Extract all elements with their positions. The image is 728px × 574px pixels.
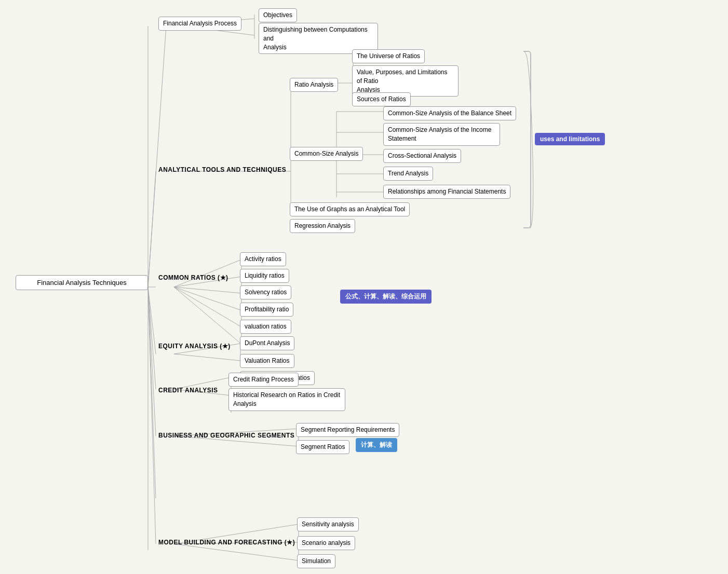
common-size-balance-node: Common-Size Analysis of the Balance Shee…: [383, 106, 516, 120]
svg-line-38: [174, 287, 241, 344]
trend-analysis-node: Trend Analysis: [383, 167, 433, 181]
equity-analysis-label: EQUITY ANALYSIS (★): [158, 343, 231, 350]
model-building-section: MODEL BUILDING AND FORECASTING (★): [158, 539, 295, 546]
graphs-tool-label: The Use of Graphs as an Analytical Tool: [294, 206, 405, 213]
uses-limitations-node[interactable]: uses and limitations: [535, 133, 605, 145]
svg-line-7: [148, 287, 156, 544]
svg-line-37: [174, 287, 241, 327]
model-building-label: MODEL BUILDING AND FORECASTING (★): [158, 539, 295, 546]
solvency-ratios-label: Solvency ratios: [245, 289, 287, 296]
valuation-ratios-label: valuation ratios: [245, 323, 287, 330]
common-size-income-label: Common-Size Analysis of the Income State…: [388, 126, 491, 142]
activity-ratios-node: Activity ratios: [240, 252, 286, 266]
trend-analysis-label: Trend Analysis: [388, 170, 428, 177]
svg-line-35: [174, 287, 241, 293]
svg-line-5: [148, 287, 156, 436]
cross-sectional-label: Cross-Sectional Analysis: [388, 152, 456, 159]
svg-line-6: [148, 287, 156, 498]
root-label: Financial Analysis Techniques: [37, 279, 126, 286]
svg-line-0: [148, 26, 166, 287]
universe-ratios-node: The Universe of Ratios: [352, 49, 425, 63]
liquidity-ratios-label: Liquidity ratios: [245, 272, 285, 279]
ratio-analysis-node: Ratio Analysis: [290, 78, 338, 92]
equity-analysis-section: EQUITY ANALYSIS (★): [158, 343, 231, 350]
simulation-label: Simulation: [302, 557, 331, 565]
regression-node: Regression Analysis: [290, 219, 355, 233]
value-purposes-label: Value, Purposes, and Limitations of Rati…: [357, 69, 448, 93]
credit-rating-label: Credit Rating Process: [233, 376, 294, 383]
dupont-node: DuPont Analysis: [240, 336, 294, 350]
cross-sectional-node: Cross-Sectional Analysis: [383, 149, 461, 163]
distinguishing-label: Distinguishing between Computations and …: [263, 26, 368, 51]
common-ratios-section: COMMON RATIOS (★): [158, 274, 228, 281]
solvency-ratios-node: Solvency ratios: [240, 285, 291, 299]
objectives-label: Objectives: [263, 11, 292, 19]
formulas-highlight-node[interactable]: 公式、计算、解读、综合运用: [340, 290, 432, 304]
relationships-label: Relationships among Financial Statements: [388, 188, 506, 195]
svg-line-3: [148, 287, 156, 354]
common-size-analysis-label: Common-Size Analysis: [294, 150, 358, 157]
svg-line-1: [148, 171, 156, 287]
relationships-node: Relationships among Financial Statements: [383, 185, 510, 199]
sources-ratios-node: Sources of Ratios: [352, 92, 411, 106]
liquidity-ratios-node: Liquidity ratios: [240, 269, 289, 283]
scenario-label: Scenario analysis: [302, 539, 350, 546]
valuation-ratios-node: valuation ratios: [240, 320, 291, 334]
dupont-label: DuPont Analysis: [245, 339, 290, 347]
universe-ratios-label: The Universe of Ratios: [357, 52, 420, 60]
profitability-ratio-label: Profitability ratio: [245, 306, 289, 313]
sensitivity-label: Sensitivity analysis: [302, 521, 354, 528]
credit-rating-node: Credit Rating Process: [228, 373, 299, 387]
common-ratios-label: COMMON RATIOS (★): [158, 274, 228, 281]
ratio-analysis-label: Ratio Analysis: [294, 81, 333, 88]
analytical-tools-node: ANALYTICAL TOOLS AND TECHNIQUES: [158, 166, 286, 173]
segment-ratios-label: Segment Ratios: [301, 443, 345, 450]
financial-analysis-process-label: Financial Analysis Process: [163, 20, 237, 27]
svg-line-41: [174, 354, 240, 361]
business-geographic-section: BUSINESS AND GEOGRAPHIC SEGMENTS: [158, 432, 294, 439]
valuation-ratios2-node: Valuation Ratios: [240, 354, 294, 368]
analytical-brace: [523, 51, 531, 228]
analytical-tools-label: ANALYTICAL TOOLS AND TECHNIQUES: [158, 166, 286, 173]
historical-research-node: Historical Research on Ratios in Credit …: [228, 388, 345, 411]
svg-line-36: [174, 287, 241, 310]
root-node: Financial Analysis Techniques: [16, 275, 148, 290]
svg-line-33: [174, 259, 241, 287]
valuation-ratios2-label: Valuation Ratios: [245, 357, 290, 364]
profitability-ratio-node: Profitability ratio: [240, 303, 293, 317]
objectives-node: Objectives: [259, 8, 297, 22]
calc-highlight-node[interactable]: 计算、解读: [356, 438, 397, 452]
regression-label: Regression Analysis: [294, 222, 350, 229]
financial-analysis-process-node: Financial Analysis Process: [158, 17, 241, 31]
calc-highlight-label: 计算、解读: [361, 441, 392, 448]
graphs-tool-node: The Use of Graphs as an Analytical Tool: [290, 202, 410, 216]
common-size-balance-label: Common-Size Analysis of the Balance Shee…: [388, 110, 511, 117]
uses-limitations-label: uses and limitations: [540, 135, 600, 143]
scenario-node: Scenario analysis: [297, 536, 355, 550]
simulation-node: Simulation: [297, 554, 335, 568]
mindmap-container: Financial Analysis Techniques Financial …: [0, 0, 728, 574]
sensitivity-node: Sensitivity analysis: [297, 517, 359, 531]
business-geographic-label: BUSINESS AND GEOGRAPHIC SEGMENTS: [158, 432, 294, 439]
svg-line-4: [148, 287, 156, 389]
sources-ratios-label: Sources of Ratios: [357, 95, 406, 103]
segment-reporting-node: Segment Reporting Requirements: [296, 423, 399, 437]
segment-reporting-label: Segment Reporting Requirements: [301, 426, 395, 433]
credit-analysis-section: CREDIT ANALYSIS: [158, 387, 218, 394]
segment-ratios-node: Segment Ratios: [296, 440, 349, 454]
common-size-income-node: Common-Size Analysis of the Income State…: [383, 123, 500, 146]
common-size-analysis-node: Common-Size Analysis: [290, 147, 363, 161]
historical-research-label: Historical Research on Ratios in Credit …: [233, 391, 340, 407]
credit-analysis-label: CREDIT ANALYSIS: [158, 387, 218, 394]
formulas-highlight-label: 公式、计算、解读、综合运用: [345, 293, 426, 300]
activity-ratios-label: Activity ratios: [245, 255, 281, 263]
svg-line-51: [174, 544, 299, 561]
